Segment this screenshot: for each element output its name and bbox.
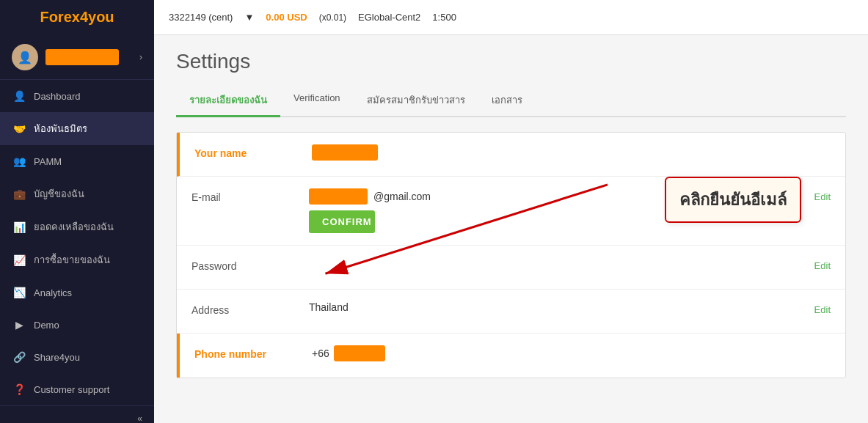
- tab-newsletter[interactable]: สมัครสมาชิกรับข่าวสาร: [354, 85, 478, 117]
- tab-documents[interactable]: เอกสาร: [478, 85, 536, 117]
- user-name-bar: [45, 49, 119, 65]
- form-row-phone: Phone number +66: [177, 334, 845, 378]
- account-balance: 0.00 USD: [266, 12, 307, 23]
- sidebar-item-share4you[interactable]: 🔗 Share4you: [0, 341, 154, 373]
- field-label-address: Address: [192, 301, 309, 316]
- name-value-bar: [312, 144, 378, 161]
- server-name: EGlobal-Cent2: [358, 12, 420, 23]
- field-value-phone: +66: [312, 345, 831, 361]
- sidebar-nav: 👤 Dashboard 🤝 ห้องพันธมิตร 👥 PAMM 💼 บัญช…: [0, 80, 154, 405]
- sidebar: 👤 › 👤 Dashboard 🤝 ห้องพันธมิตร 👥 PAMM 💼 …: [0, 35, 154, 423]
- page-title: Settings: [176, 50, 846, 73]
- sidebar-item-label: บัญชีของฉัน: [34, 186, 84, 202]
- field-value-name: [312, 144, 831, 161]
- field-label-password: Password: [192, 257, 309, 272]
- balance-icon: 📊: [12, 220, 26, 235]
- accounts-icon: 💼: [12, 187, 26, 202]
- partner-icon: 🤝: [12, 122, 26, 136]
- edit-email-link[interactable]: Edit: [814, 188, 831, 202]
- tab-details[interactable]: รายละเอียดของฉัน: [176, 85, 280, 117]
- sidebar-item-demo[interactable]: ▶ Demo: [0, 309, 154, 341]
- top-bar-info: 3322149 (cent) ▼ 0.00 USD (x0.01) EGloba…: [169, 12, 456, 23]
- sidebar-item-label: Customer support: [34, 384, 109, 395]
- field-label-email: E-mail: [192, 188, 309, 203]
- sidebar-item-partner[interactable]: 🤝 ห้องพันธมิตร: [0, 112, 154, 145]
- analytics-icon: 📉: [12, 285, 26, 300]
- field-label-phone: Phone number: [194, 345, 312, 360]
- trades-icon: 📈: [12, 253, 26, 268]
- phone-row: +66: [312, 345, 831, 361]
- layout: 👤 › 👤 Dashboard 🤝 ห้องพันธมิตร 👥 PAMM 💼 …: [0, 35, 868, 423]
- field-value-address: Thailand: [309, 301, 814, 313]
- sidebar-item-label: ยอดคงเหลือของฉัน: [34, 219, 114, 235]
- sidebar-item-dashboard[interactable]: 👤 Dashboard: [0, 80, 154, 112]
- settings-form: คลิกยืนยันอีเมล์ Your name: [176, 132, 846, 378]
- sidebar-item-support[interactable]: ❓ Customer support: [0, 373, 154, 405]
- avatar: 👤: [12, 44, 38, 70]
- edit-password-link[interactable]: Edit: [814, 257, 831, 271]
- sidebar-collapse-button[interactable]: «: [0, 405, 154, 423]
- balance-note: (x0.01): [319, 12, 346, 23]
- sidebar-item-label: Demo: [34, 320, 59, 331]
- top-bar: Forex4you 3322149 (cent) ▼ 0.00 USD (x0.…: [0, 0, 868, 35]
- tabs: รายละเอียดของฉัน Verification สมัครสมาชิ…: [176, 85, 846, 117]
- email-value-bar: [309, 188, 368, 205]
- sidebar-item-label: Analytics: [34, 287, 72, 298]
- sidebar-item-accounts[interactable]: 💼 บัญชีของฉัน: [0, 177, 154, 210]
- main-content: Settings รายละเอียดของฉัน Verification ส…: [154, 35, 868, 423]
- tab-verification[interactable]: Verification: [280, 85, 354, 117]
- sidebar-user[interactable]: 👤 ›: [0, 35, 154, 80]
- sidebar-item-pamm[interactable]: 👥 PAMM: [0, 145, 154, 177]
- sidebar-item-label: PAMM: [34, 156, 62, 167]
- chevron-down-icon[interactable]: ▼: [244, 12, 254, 23]
- phone-prefix: +66: [312, 347, 329, 359]
- form-row-password: Password Edit: [177, 246, 845, 290]
- logo-text: Forex4you: [40, 9, 114, 26]
- confirm-button[interactable]: CONFIRM: [309, 210, 375, 233]
- form-row-name: Your name: [177, 133, 845, 177]
- sidebar-item-label: Share4you: [34, 352, 80, 363]
- address-value: Thailand: [309, 301, 814, 313]
- sidebar-item-label: Dashboard: [34, 91, 81, 102]
- sidebar-item-balance[interactable]: 📊 ยอดคงเหลือของฉัน: [0, 210, 154, 243]
- sidebar-item-analytics[interactable]: 📉 Analytics: [0, 276, 154, 309]
- sidebar-item-label: การซื้อขายของฉัน: [34, 252, 110, 268]
- collapse-icon: «: [137, 413, 142, 423]
- pamm-icon: 👥: [12, 154, 26, 169]
- edit-address-link[interactable]: Edit: [814, 301, 831, 315]
- phone-value-bar: [334, 345, 385, 361]
- logo: Forex4you: [0, 0, 154, 35]
- dashboard-icon: 👤: [12, 89, 26, 103]
- account-id: 3322149 (cent): [169, 12, 233, 23]
- sidebar-item-label: ห้องพันธมิตร: [34, 121, 87, 136]
- leverage: 1:500: [432, 12, 456, 23]
- annotation-text: คลิกยืนยันอีเมล์: [679, 191, 787, 209]
- demo-icon: ▶: [12, 317, 26, 332]
- chevron-right-icon[interactable]: ›: [139, 52, 142, 62]
- annotation-box: คลิกยืนยันอีเมล์: [665, 177, 801, 223]
- field-label-name: Your name: [194, 144, 312, 159]
- support-icon: ❓: [12, 382, 26, 397]
- email-suffix: @gmail.com: [373, 191, 431, 202]
- form-row-address: Address Thailand Edit: [177, 290, 845, 334]
- sidebar-item-trades[interactable]: 📈 การซื้อขายของฉัน: [0, 243, 154, 276]
- share-icon: 🔗: [12, 350, 26, 364]
